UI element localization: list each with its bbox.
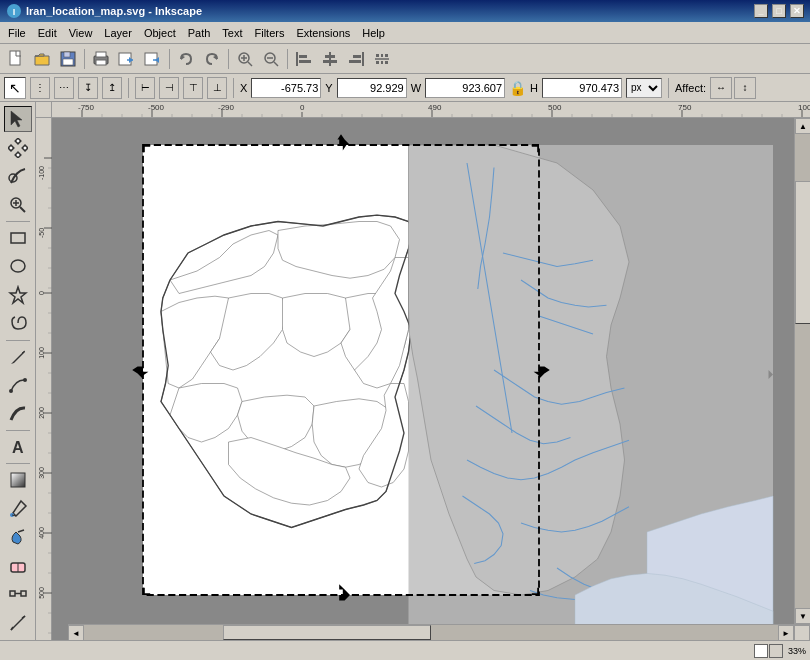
maximize-button[interactable]: □ (772, 4, 786, 18)
coord-sep3 (668, 78, 669, 98)
zoom-in-button[interactable] (233, 47, 257, 71)
tweak-tool[interactable] (4, 163, 32, 189)
menu-path[interactable]: Path (182, 25, 217, 41)
svg-rect-4 (64, 52, 70, 57)
tool-sep-2 (6, 340, 30, 341)
svg-text:A: A (12, 439, 24, 456)
paint-bucket-tool[interactable] (4, 524, 32, 550)
horizontal-scrollbar[interactable]: ◄ ► (68, 624, 810, 640)
zoom-out-button[interactable] (259, 47, 283, 71)
svg-marker-52 (10, 287, 26, 303)
menu-object[interactable]: Object (138, 25, 182, 41)
ruler-left-svg: -100 -50 0 100 200 300 400 500 6 (36, 118, 52, 640)
save-button[interactable] (56, 47, 80, 71)
y-input[interactable] (337, 78, 407, 98)
vscroll-thumb[interactable] (795, 181, 810, 323)
zoom-level: 33% (788, 646, 806, 656)
canvas-area[interactable]: -750 -500 -290 0 490 500 750 100 (36, 102, 810, 640)
connector-tool[interactable] (4, 581, 32, 607)
svg-rect-2 (10, 51, 20, 65)
dropper-tool[interactable] (4, 496, 32, 522)
hscroll-thumb[interactable] (223, 625, 431, 640)
menu-edit[interactable]: Edit (32, 25, 63, 41)
svg-text:400: 400 (38, 527, 45, 539)
align2-l[interactable]: ⊢ (135, 77, 155, 99)
menu-file[interactable]: File (2, 25, 32, 41)
affect-btn2[interactable]: ↕ (734, 77, 756, 99)
align-center-button[interactable] (318, 47, 342, 71)
vertical-scrollbar[interactable]: ▲ ▼ (794, 118, 810, 624)
fill-swatch[interactable] (754, 644, 768, 658)
vscroll-track[interactable] (795, 134, 810, 608)
svg-text:-100: -100 (38, 166, 45, 180)
star-tool[interactable] (4, 282, 32, 308)
menu-help[interactable]: Help (356, 25, 391, 41)
print-button[interactable] (89, 47, 113, 71)
toolbox: A (0, 102, 36, 640)
scroll-up-button[interactable]: ▲ (795, 118, 810, 134)
node-tool[interactable] (4, 134, 32, 160)
hscroll-track[interactable] (84, 625, 778, 640)
separator-1 (84, 49, 85, 69)
open-button[interactable] (30, 47, 54, 71)
h-input[interactable] (542, 78, 622, 98)
x-input[interactable] (251, 78, 321, 98)
svg-point-55 (23, 378, 27, 382)
measure-tool[interactable] (4, 609, 32, 635)
distribute-button[interactable] (370, 47, 394, 71)
align-left-button[interactable] (292, 47, 316, 71)
undo-button[interactable] (174, 47, 198, 71)
svg-rect-7 (96, 52, 106, 57)
redo-button[interactable] (200, 47, 224, 71)
ruler-top-svg: -750 -500 -290 0 490 500 750 100 (52, 102, 810, 118)
unit-select[interactable]: pxmmcmin (626, 78, 662, 98)
gradient-tool[interactable] (4, 467, 32, 493)
pen-tool[interactable] (4, 372, 32, 398)
svg-text:-500: -500 (148, 103, 165, 112)
select-tool[interactable] (4, 106, 32, 132)
lock-icon[interactable]: 🔒 (509, 80, 526, 96)
new-button[interactable] (4, 47, 28, 71)
scroll-corner (794, 625, 810, 640)
affect-label: Affect: (675, 82, 706, 94)
w-input[interactable] (425, 78, 505, 98)
map-svg (52, 118, 810, 640)
stroke-swatch[interactable] (769, 644, 783, 658)
menu-view[interactable]: View (63, 25, 99, 41)
menu-text[interactable]: Text (216, 25, 248, 41)
text-tool[interactable]: A (4, 434, 32, 460)
zoom-tool[interactable] (4, 191, 32, 217)
affect-btn1[interactable]: ↔ (710, 77, 732, 99)
spiral-tool[interactable] (4, 310, 32, 336)
align2-c[interactable]: ⊣ (159, 77, 179, 99)
snap-button[interactable]: ⋮ (30, 77, 50, 99)
menu-layer[interactable]: Layer (98, 25, 138, 41)
close-button[interactable]: ✕ (790, 4, 804, 18)
svg-text:-750: -750 (78, 103, 95, 112)
snap-button4[interactable]: ↥ (102, 77, 122, 99)
svg-line-22 (274, 62, 278, 66)
align2-r[interactable]: ⊤ (183, 77, 203, 99)
minimize-button[interactable]: _ (754, 4, 768, 18)
rect-tool[interactable] (4, 225, 32, 251)
eraser-tool[interactable] (4, 553, 32, 579)
svg-text:500: 500 (38, 587, 45, 599)
svg-line-18 (248, 62, 252, 66)
export-button[interactable] (141, 47, 165, 71)
menu-filters[interactable]: Filters (249, 25, 291, 41)
snap-button3[interactable]: ↧ (78, 77, 98, 99)
scroll-left-button[interactable]: ◄ (68, 625, 84, 640)
calligraphy-tool[interactable] (4, 400, 32, 426)
ruler-corner (36, 102, 52, 118)
scroll-down-button[interactable]: ▼ (795, 608, 810, 624)
svg-rect-32 (349, 60, 361, 63)
pencil-tool[interactable] (4, 344, 32, 370)
import-button[interactable] (115, 47, 139, 71)
menu-extensions[interactable]: Extensions (290, 25, 356, 41)
snap-button2[interactable]: ⋯ (54, 77, 74, 99)
circle-tool[interactable] (4, 253, 32, 279)
align-right-button[interactable] (344, 47, 368, 71)
canvas-content[interactable]: ▲ ▼ ◄ ► (52, 118, 810, 640)
scroll-right-button[interactable]: ► (778, 625, 794, 640)
align2-d[interactable]: ⊥ (207, 77, 227, 99)
